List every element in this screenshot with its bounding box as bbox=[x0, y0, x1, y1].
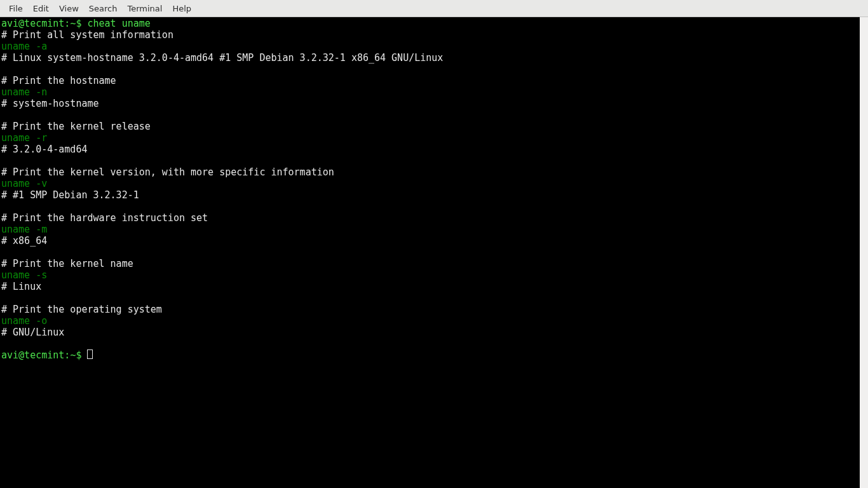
output-line: # x86_64 bbox=[1, 235, 47, 247]
menu-item-search[interactable]: Search bbox=[84, 0, 123, 17]
output-line: uname -r bbox=[1, 132, 47, 144]
menubar: File Edit View Search Terminal Help bbox=[0, 0, 868, 17]
output-line: uname -o bbox=[1, 315, 47, 327]
prompt-user-host: avi@tecmint bbox=[1, 18, 64, 29]
menu-item-help[interactable]: Help bbox=[167, 0, 196, 17]
output-line: # Print the hardware instruction set bbox=[1, 212, 208, 224]
cursor bbox=[87, 349, 93, 359]
output-line: # Linux system-hostname 3.2.0-4-amd64 #1… bbox=[1, 52, 443, 64]
output-line: uname -n bbox=[1, 86, 47, 98]
output-line: # GNU/Linux bbox=[1, 327, 64, 338]
output-line: uname -s bbox=[1, 269, 47, 281]
output-line: # Print the operating system bbox=[1, 304, 162, 315]
output-line: # Print all system information bbox=[1, 29, 173, 41]
output-line: # system-hostname bbox=[1, 98, 99, 109]
scrollbar[interactable] bbox=[860, 17, 868, 488]
menu-item-edit[interactable]: Edit bbox=[28, 0, 54, 17]
output-line: uname -v bbox=[1, 178, 47, 189]
output-line: # Print the hostname bbox=[1, 75, 116, 86]
output-line: # #1 SMP Debian 3.2.32-1 bbox=[1, 189, 139, 201]
output-line: # Linux bbox=[1, 281, 41, 292]
output-line: # Print the kernel version, with more sp… bbox=[1, 166, 334, 178]
prompt-user-host: avi@tecmint bbox=[1, 349, 64, 361]
menu-item-terminal[interactable]: Terminal bbox=[122, 0, 167, 17]
output-line: uname -m bbox=[1, 224, 47, 235]
output-line: # 3.2.0-4-amd64 bbox=[1, 144, 87, 155]
output-line: # Print the kernel name bbox=[1, 258, 133, 269]
output-line: # Print the kernel release bbox=[1, 121, 151, 132]
menu-item-file[interactable]: File bbox=[4, 0, 28, 17]
menu-item-view[interactable]: View bbox=[54, 0, 84, 17]
output-line: uname -a bbox=[1, 41, 47, 52]
typed-command: cheat uname bbox=[87, 18, 150, 29]
terminal-output[interactable]: avi@tecmint:~$ cheat uname # Print all s… bbox=[0, 17, 860, 488]
